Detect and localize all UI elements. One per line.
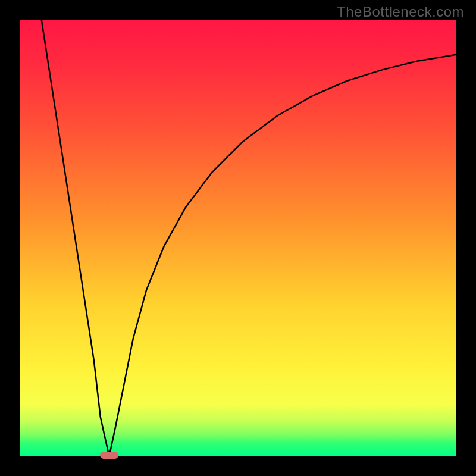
curve-svg bbox=[20, 20, 456, 456]
plot-area bbox=[20, 20, 456, 456]
bottleneck-curve bbox=[42, 20, 456, 456]
chart-frame: TheBottleneck.com bbox=[0, 0, 476, 476]
min-marker bbox=[100, 452, 118, 459]
watermark-text: TheBottleneck.com bbox=[337, 4, 464, 20]
